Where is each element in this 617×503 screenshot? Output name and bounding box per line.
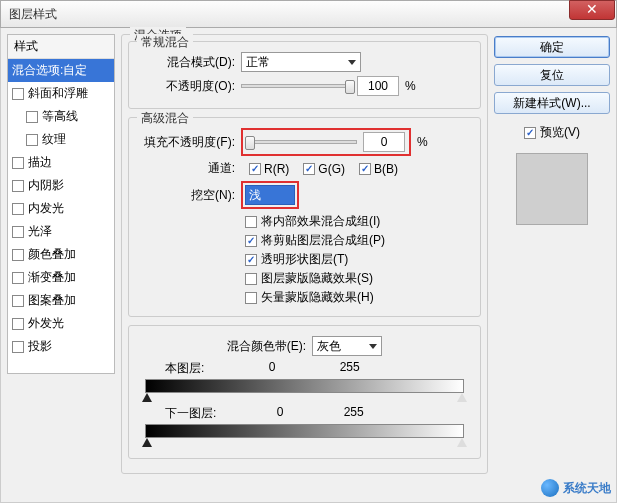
style-item-label: 颜色叠加 [28, 246, 76, 263]
styles-panel: 样式 混合选项:自定 斜面和浮雕 等高线 纹理 描边 内阴影 内发光 光泽 颜色… [7, 34, 115, 496]
checkbox-icon[interactable] [12, 341, 24, 353]
knockout-label: 挖空(N): [135, 187, 235, 204]
checkbox-icon[interactable] [12, 180, 24, 192]
style-item-label: 纹理 [42, 131, 66, 148]
channel-r[interactable]: R(R) [249, 162, 289, 176]
styles-list: 样式 混合选项:自定 斜面和浮雕 等高线 纹理 描边 内阴影 内发光 光泽 颜色… [7, 34, 115, 374]
slider-thumb-icon[interactable] [345, 80, 355, 94]
style-item-label: 渐变叠加 [28, 269, 76, 286]
close-button[interactable]: ✕ [569, 0, 615, 20]
channel-label-text: R(R) [264, 162, 289, 176]
opacity-label: 不透明度(O): [135, 78, 235, 95]
new-style-button[interactable]: 新建样式(W)... [494, 92, 610, 114]
style-item[interactable]: 外发光 [8, 312, 114, 335]
blend-mode-combo[interactable]: 正常 [241, 52, 361, 72]
checkbox-icon[interactable] [245, 235, 257, 247]
titlebar: 图层样式 ✕ [0, 0, 617, 28]
combo-value: 浅 [249, 187, 261, 204]
channel-label-text: G(G) [318, 162, 345, 176]
styles-header: 样式 [8, 35, 114, 59]
style-item[interactable]: 光泽 [8, 220, 114, 243]
style-item-label: 混合选项:自定 [12, 62, 87, 79]
opacity-input[interactable]: 100 [357, 76, 399, 96]
fill-opacity-slider[interactable] [247, 140, 357, 144]
checkbox-icon[interactable] [245, 292, 257, 304]
checkbox-icon[interactable] [245, 273, 257, 285]
window-title: 图层样式 [9, 6, 57, 23]
checkbox-icon[interactable] [245, 216, 257, 228]
globe-icon [541, 479, 559, 497]
advanced-blend-legend: 高级混合 [137, 110, 193, 127]
under-layer-gradient[interactable] [145, 424, 464, 438]
checkbox-icon[interactable] [524, 127, 536, 139]
check-label: 透明形状图层(T) [261, 251, 348, 268]
pct-label: % [405, 79, 421, 93]
range-max: 255 [340, 360, 360, 377]
channel-b[interactable]: B(B) [359, 162, 398, 176]
preview-swatch [516, 153, 588, 225]
checkbox-icon[interactable] [359, 163, 371, 175]
checkbox-icon[interactable] [12, 318, 24, 330]
checkbox-icon[interactable] [12, 203, 24, 215]
checkbox-icon[interactable] [249, 163, 261, 175]
style-item[interactable]: 投影 [8, 335, 114, 358]
style-item-label: 内发光 [28, 200, 64, 217]
range-min: 0 [269, 360, 276, 377]
style-item[interactable]: 描边 [8, 151, 114, 174]
blendif-combo[interactable]: 灰色 [312, 336, 382, 356]
checkbox-icon[interactable] [12, 88, 24, 100]
blendif-label: 混合颜色带(E): [227, 338, 306, 355]
advanced-check-group: 将内部效果混合成组(I) 将剪贴图层混合成组(P) 透明形状图层(T) 图层蒙版… [245, 213, 474, 306]
button-panel: 确定 复位 新建样式(W)... 预览(V) [494, 34, 610, 496]
checkbox-icon[interactable] [26, 134, 38, 146]
checkbox-icon[interactable] [26, 111, 38, 123]
checkbox-icon[interactable] [12, 157, 24, 169]
style-item-label: 投影 [28, 338, 52, 355]
style-item[interactable]: 内发光 [8, 197, 114, 220]
style-item-label: 内阴影 [28, 177, 64, 194]
watermark-text: 系统天地 [563, 480, 611, 497]
checkbox-icon[interactable] [12, 295, 24, 307]
knockout-combo[interactable]: 浅 [245, 185, 295, 205]
style-item[interactable]: 颜色叠加 [8, 243, 114, 266]
style-item[interactable]: 纹理 [8, 128, 114, 151]
watermark: 系统天地 [541, 479, 611, 497]
checkbox-icon[interactable] [12, 226, 24, 238]
checkbox-icon[interactable] [12, 249, 24, 261]
chevron-down-icon [348, 60, 356, 65]
style-item-blend-options[interactable]: 混合选项:自定 [8, 59, 114, 82]
style-item-label: 斜面和浮雕 [28, 85, 88, 102]
ok-button[interactable]: 确定 [494, 36, 610, 58]
combo-value: 正常 [246, 54, 270, 71]
cancel-button[interactable]: 复位 [494, 64, 610, 86]
style-item[interactable]: 内阴影 [8, 174, 114, 197]
preview-toggle[interactable]: 预览(V) [494, 124, 610, 141]
style-item[interactable]: 斜面和浮雕 [8, 82, 114, 105]
check-label: 图层蒙版隐藏效果(S) [261, 270, 373, 287]
knockout-highlight: 浅 [241, 181, 299, 209]
blend-mode-label: 混合模式(D): [135, 54, 235, 71]
checkbox-icon[interactable] [303, 163, 315, 175]
gradient-thumb-icon[interactable] [457, 438, 467, 447]
opacity-slider[interactable] [241, 84, 351, 88]
checkbox-icon[interactable] [245, 254, 257, 266]
check-label: 将剪贴图层混合成组(P) [261, 232, 385, 249]
chevron-down-icon [369, 344, 377, 349]
fill-opacity-input[interactable]: 0 [363, 132, 405, 152]
under-layer-label: 下一图层: [165, 405, 216, 422]
general-blend-legend: 常规混合 [137, 34, 193, 51]
channel-g[interactable]: G(G) [303, 162, 345, 176]
slider-thumb-icon[interactable] [245, 136, 255, 150]
style-item-label: 描边 [28, 154, 52, 171]
style-item[interactable]: 图案叠加 [8, 289, 114, 312]
gradient-thumb-icon[interactable] [142, 438, 152, 447]
checkbox-icon[interactable] [12, 272, 24, 284]
advanced-blend-fieldset: 高级混合 填充不透明度(F): 0 % 通道: R(R) G(G) B(B) [128, 117, 481, 317]
range-max: 255 [344, 405, 364, 422]
style-item[interactable]: 渐变叠加 [8, 266, 114, 289]
channel-label: 通道: [135, 160, 235, 177]
this-layer-gradient[interactable] [145, 379, 464, 393]
style-item[interactable]: 等高线 [8, 105, 114, 128]
gradient-thumb-icon[interactable] [142, 393, 152, 402]
gradient-thumb-icon[interactable] [457, 393, 467, 402]
